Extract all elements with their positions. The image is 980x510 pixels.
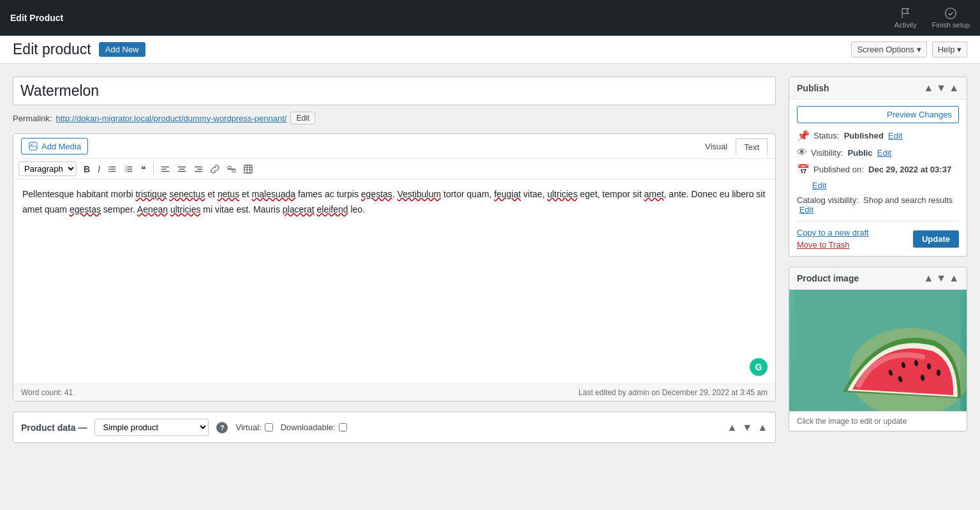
product-image-svg — [789, 290, 967, 411]
update-button[interactable]: Update — [913, 230, 959, 248]
product-image-caption[interactable]: Click the image to edit or update — [789, 411, 967, 431]
permalink-link[interactable]: http://dokan-migrator.local/product/dumm… — [56, 114, 286, 123]
catalog-visibility-row: Catalog visibility: Shop and search resu… — [797, 195, 959, 214]
editor-toolbar: Paragraph B I 123 ❝ — [13, 159, 775, 179]
link-button[interactable] — [207, 163, 223, 176]
product-image-collapse-down[interactable]: ▼ — [936, 273, 946, 284]
published-on-edit-link[interactable]: Edit — [812, 181, 826, 190]
publish-box-collapse-down[interactable]: ▼ — [936, 82, 946, 94]
finish-setup-button[interactable]: Finish setup — [932, 7, 970, 29]
catalog-visibility-edit-link[interactable]: Edit — [799, 205, 813, 214]
flag-icon — [899, 7, 912, 20]
svg-point-7 — [108, 169, 110, 170]
svg-point-6 — [108, 166, 110, 167]
product-data-label: Product data — — [21, 423, 87, 433]
add-media-label: Add Media — [41, 142, 81, 151]
editor-wrap: Add Media Visual Text Paragraph B I 123 — [13, 133, 776, 401]
last-edited-label: Last edited by admin on December 29, 202… — [579, 388, 768, 397]
product-image-collapse-up[interactable]: ▲ — [923, 273, 933, 284]
editor-text: Pellentesque habitant morbi tristique se… — [22, 187, 766, 218]
permalink-bar: Permalink: http://dokan-migrator.local/p… — [13, 112, 776, 124]
svg-rect-26 — [232, 169, 235, 172]
finish-setup-icon — [944, 7, 957, 20]
product-type-select[interactable]: Simple product Grouped product External/… — [94, 419, 209, 436]
svg-point-38 — [937, 370, 940, 376]
virtual-label: Virtual: — [235, 423, 272, 432]
align-right-icon — [194, 165, 203, 174]
product-title-input[interactable] — [13, 77, 776, 105]
product-image-preview[interactable] — [789, 290, 967, 411]
publish-box: Publish ▲ ▼ ▲ Preview Changes 📌 Status: … — [789, 77, 967, 257]
align-right-button[interactable] — [191, 163, 206, 176]
paragraph-select[interactable]: Paragraph — [19, 161, 77, 176]
align-center-button[interactable] — [174, 163, 189, 176]
publish-box-body: Preview Changes 📌 Status: Published Edit… — [789, 100, 967, 256]
product-image-box-controls: ▲ ▼ ▲ — [923, 273, 959, 284]
hr-icon — [227, 165, 236, 174]
bullet-list-button[interactable] — [105, 163, 120, 176]
align-left-button[interactable] — [158, 163, 173, 176]
preview-changes-button[interactable]: Preview Changes — [797, 106, 959, 123]
editor-topbar: Add Media Visual Text — [13, 134, 775, 159]
visibility-icon: 👁 — [797, 147, 807, 158]
tab-visual[interactable]: Visual — [697, 139, 736, 154]
add-new-button[interactable]: Add New — [99, 42, 145, 57]
ordered-list-icon: 123 — [124, 165, 133, 174]
add-media-button[interactable]: Add Media — [21, 138, 88, 154]
status-label: Status: Published Edit — [813, 131, 902, 140]
editor-footer: Word count: 41 Last edited by admin on D… — [13, 384, 775, 401]
screen-options-button[interactable]: Screen Options ▾ — [851, 41, 926, 57]
status-row: 📌 Status: Published Edit — [797, 130, 959, 142]
publish-box-collapse-up[interactable]: ▲ — [923, 82, 933, 94]
product-image-box-header: Product image ▲ ▼ ▲ — [789, 267, 967, 290]
tab-text[interactable]: Text — [736, 139, 768, 154]
finish-setup-label: Finish setup — [932, 21, 970, 29]
italic-button[interactable]: I — [94, 162, 103, 176]
downloadable-label: Downloadable: — [281, 423, 347, 432]
downloadable-checkbox[interactable] — [339, 423, 347, 431]
content-area: Permalink: http://dokan-migrator.local/p… — [13, 77, 776, 443]
product-data-bar: Product data — Simple product Grouped pr… — [13, 412, 776, 443]
svg-point-0 — [946, 8, 956, 19]
product-image-close[interactable]: ▲ — [949, 273, 959, 284]
main-layout: Permalink: http://dokan-migrator.local/p… — [0, 64, 980, 443]
publish-box-close[interactable]: ▲ — [949, 82, 959, 94]
ordered-list-button[interactable]: 123 — [121, 163, 137, 176]
virtual-checkbox[interactable] — [265, 423, 273, 431]
move-to-trash-link[interactable]: Move to Trash — [797, 240, 849, 250]
utility-bar: Edit product Add New Screen Options ▾ He… — [0, 36, 980, 64]
link-icon — [211, 165, 219, 174]
visibility-edit-link[interactable]: Edit — [877, 148, 891, 158]
editor-content-wrap: Pellentesque habitant morbi tristique se… — [13, 179, 775, 384]
help-button[interactable]: Help ▾ — [932, 41, 967, 57]
grammarly-icon[interactable]: G — [750, 358, 768, 376]
status-icon: 📌 — [797, 130, 810, 142]
table-button[interactable] — [241, 163, 256, 176]
status-edit-link[interactable]: Edit — [888, 131, 902, 140]
product-type-info-icon[interactable]: ? — [216, 422, 228, 433]
publish-box-title: Publish — [797, 83, 829, 93]
permalink-edit-button[interactable]: Edit — [290, 112, 315, 124]
word-count-label: Word count: 41 — [21, 388, 73, 397]
copy-to-draft-link[interactable]: Copy to a new draft — [797, 228, 869, 237]
publish-box-controls: ▲ ▼ ▲ — [923, 82, 959, 94]
visibility-row: 👁 Visibility: Public Edit — [797, 147, 959, 158]
bullet-list-icon — [108, 165, 117, 174]
activity-button[interactable]: Activity — [895, 7, 917, 29]
published-on-row: 📅 Published on: Dec 29, 2022 at 03:37 — [797, 163, 959, 176]
catalog-visibility-label: Catalog visibility: Shop and search resu… — [797, 195, 959, 214]
bold-button[interactable]: B — [80, 162, 93, 176]
product-data-collapse-down[interactable]: ▼ — [742, 422, 752, 433]
product-data-toggle[interactable]: ▲ — [757, 422, 768, 433]
editor-content[interactable]: Pellentesque habitant morbi tristique se… — [13, 179, 775, 384]
published-on-label: Published on: Dec 29, 2022 at 03:37 — [813, 165, 951, 174]
toolbar-divider — [153, 163, 154, 175]
permalink-label: Permalink: — [13, 114, 52, 123]
admin-bar: Edit Product Activity Finish setup — [0, 0, 980, 36]
hr-button[interactable] — [224, 163, 239, 176]
admin-bar-title: Edit Product — [10, 13, 63, 23]
calendar-icon: 📅 — [797, 163, 810, 176]
product-data-collapse-up[interactable]: ▲ — [727, 422, 737, 433]
blockquote-button[interactable]: ❝ — [138, 162, 149, 176]
publish-box-header: Publish ▲ ▼ ▲ — [789, 77, 967, 100]
